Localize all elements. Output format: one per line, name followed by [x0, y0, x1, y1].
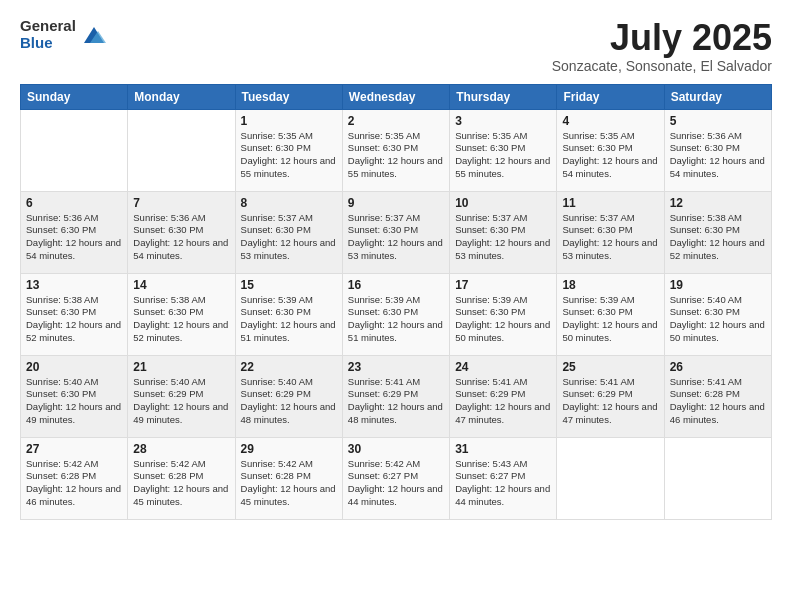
day-number: 17 [455, 278, 551, 292]
week-row-4: 20Sunrise: 5:40 AMSunset: 6:30 PMDayligh… [21, 355, 772, 437]
day-info: Sunrise: 5:40 AMSunset: 6:29 PMDaylight:… [133, 376, 229, 427]
day-info: Sunrise: 5:43 AMSunset: 6:27 PMDaylight:… [455, 458, 551, 509]
day-number: 21 [133, 360, 229, 374]
day-cell [557, 437, 664, 519]
logo-text: General Blue [20, 18, 76, 51]
day-cell: 2Sunrise: 5:35 AMSunset: 6:30 PMDaylight… [342, 109, 449, 191]
day-cell: 27Sunrise: 5:42 AMSunset: 6:28 PMDayligh… [21, 437, 128, 519]
day-number: 5 [670, 114, 766, 128]
day-number: 31 [455, 442, 551, 456]
day-number: 8 [241, 196, 337, 210]
day-info: Sunrise: 5:40 AMSunset: 6:29 PMDaylight:… [241, 376, 337, 427]
day-cell: 19Sunrise: 5:40 AMSunset: 6:30 PMDayligh… [664, 273, 771, 355]
day-info: Sunrise: 5:38 AMSunset: 6:30 PMDaylight:… [26, 294, 122, 345]
day-info: Sunrise: 5:37 AMSunset: 6:30 PMDaylight:… [241, 212, 337, 263]
day-number: 20 [26, 360, 122, 374]
day-number: 28 [133, 442, 229, 456]
day-number: 4 [562, 114, 658, 128]
day-number: 23 [348, 360, 444, 374]
day-cell: 8Sunrise: 5:37 AMSunset: 6:30 PMDaylight… [235, 191, 342, 273]
day-number: 12 [670, 196, 766, 210]
day-info: Sunrise: 5:42 AMSunset: 6:28 PMDaylight:… [133, 458, 229, 509]
day-number: 25 [562, 360, 658, 374]
day-info: Sunrise: 5:41 AMSunset: 6:29 PMDaylight:… [455, 376, 551, 427]
day-cell: 16Sunrise: 5:39 AMSunset: 6:30 PMDayligh… [342, 273, 449, 355]
col-header-wednesday: Wednesday [342, 84, 449, 109]
day-cell: 31Sunrise: 5:43 AMSunset: 6:27 PMDayligh… [450, 437, 557, 519]
calendar-table: SundayMondayTuesdayWednesdayThursdayFrid… [20, 84, 772, 520]
col-header-saturday: Saturday [664, 84, 771, 109]
day-cell: 11Sunrise: 5:37 AMSunset: 6:30 PMDayligh… [557, 191, 664, 273]
day-cell: 25Sunrise: 5:41 AMSunset: 6:29 PMDayligh… [557, 355, 664, 437]
col-header-tuesday: Tuesday [235, 84, 342, 109]
month-title: July 2025 [552, 18, 772, 58]
day-cell: 4Sunrise: 5:35 AMSunset: 6:30 PMDaylight… [557, 109, 664, 191]
day-info: Sunrise: 5:36 AMSunset: 6:30 PMDaylight:… [133, 212, 229, 263]
day-cell: 20Sunrise: 5:40 AMSunset: 6:30 PMDayligh… [21, 355, 128, 437]
day-cell: 5Sunrise: 5:36 AMSunset: 6:30 PMDaylight… [664, 109, 771, 191]
day-info: Sunrise: 5:36 AMSunset: 6:30 PMDaylight:… [670, 130, 766, 181]
day-number: 22 [241, 360, 337, 374]
day-cell [664, 437, 771, 519]
logo-blue: Blue [20, 35, 76, 52]
week-row-3: 13Sunrise: 5:38 AMSunset: 6:30 PMDayligh… [21, 273, 772, 355]
day-number: 2 [348, 114, 444, 128]
title-block: July 2025 Sonzacate, Sonsonate, El Salva… [552, 18, 772, 74]
day-cell [21, 109, 128, 191]
day-info: Sunrise: 5:39 AMSunset: 6:30 PMDaylight:… [562, 294, 658, 345]
day-cell: 15Sunrise: 5:39 AMSunset: 6:30 PMDayligh… [235, 273, 342, 355]
day-info: Sunrise: 5:35 AMSunset: 6:30 PMDaylight:… [348, 130, 444, 181]
day-number: 15 [241, 278, 337, 292]
day-info: Sunrise: 5:39 AMSunset: 6:30 PMDaylight:… [241, 294, 337, 345]
day-cell: 22Sunrise: 5:40 AMSunset: 6:29 PMDayligh… [235, 355, 342, 437]
logo: General Blue [20, 18, 108, 51]
day-number: 6 [26, 196, 122, 210]
day-info: Sunrise: 5:37 AMSunset: 6:30 PMDaylight:… [348, 212, 444, 263]
day-cell: 1Sunrise: 5:35 AMSunset: 6:30 PMDaylight… [235, 109, 342, 191]
day-info: Sunrise: 5:41 AMSunset: 6:28 PMDaylight:… [670, 376, 766, 427]
day-cell: 12Sunrise: 5:38 AMSunset: 6:30 PMDayligh… [664, 191, 771, 273]
col-header-sunday: Sunday [21, 84, 128, 109]
day-info: Sunrise: 5:35 AMSunset: 6:30 PMDaylight:… [241, 130, 337, 181]
day-cell: 30Sunrise: 5:42 AMSunset: 6:27 PMDayligh… [342, 437, 449, 519]
day-info: Sunrise: 5:36 AMSunset: 6:30 PMDaylight:… [26, 212, 122, 263]
day-number: 29 [241, 442, 337, 456]
day-number: 9 [348, 196, 444, 210]
day-number: 27 [26, 442, 122, 456]
day-info: Sunrise: 5:39 AMSunset: 6:30 PMDaylight:… [348, 294, 444, 345]
day-cell: 10Sunrise: 5:37 AMSunset: 6:30 PMDayligh… [450, 191, 557, 273]
day-cell: 17Sunrise: 5:39 AMSunset: 6:30 PMDayligh… [450, 273, 557, 355]
day-number: 3 [455, 114, 551, 128]
day-cell: 14Sunrise: 5:38 AMSunset: 6:30 PMDayligh… [128, 273, 235, 355]
day-cell: 21Sunrise: 5:40 AMSunset: 6:29 PMDayligh… [128, 355, 235, 437]
day-cell: 29Sunrise: 5:42 AMSunset: 6:28 PMDayligh… [235, 437, 342, 519]
week-row-1: 1Sunrise: 5:35 AMSunset: 6:30 PMDaylight… [21, 109, 772, 191]
week-row-2: 6Sunrise: 5:36 AMSunset: 6:30 PMDaylight… [21, 191, 772, 273]
day-cell: 13Sunrise: 5:38 AMSunset: 6:30 PMDayligh… [21, 273, 128, 355]
day-number: 18 [562, 278, 658, 292]
day-number: 14 [133, 278, 229, 292]
day-info: Sunrise: 5:39 AMSunset: 6:30 PMDaylight:… [455, 294, 551, 345]
day-info: Sunrise: 5:38 AMSunset: 6:30 PMDaylight:… [670, 212, 766, 263]
day-info: Sunrise: 5:35 AMSunset: 6:30 PMDaylight:… [455, 130, 551, 181]
page: General Blue July 2025 Sonzacate, Sonson… [0, 0, 792, 612]
col-header-thursday: Thursday [450, 84, 557, 109]
day-number: 13 [26, 278, 122, 292]
day-number: 26 [670, 360, 766, 374]
header-row: SundayMondayTuesdayWednesdayThursdayFrid… [21, 84, 772, 109]
day-info: Sunrise: 5:42 AMSunset: 6:27 PMDaylight:… [348, 458, 444, 509]
day-number: 24 [455, 360, 551, 374]
day-cell [128, 109, 235, 191]
day-info: Sunrise: 5:42 AMSunset: 6:28 PMDaylight:… [241, 458, 337, 509]
day-info: Sunrise: 5:41 AMSunset: 6:29 PMDaylight:… [562, 376, 658, 427]
day-number: 30 [348, 442, 444, 456]
day-cell: 6Sunrise: 5:36 AMSunset: 6:30 PMDaylight… [21, 191, 128, 273]
day-info: Sunrise: 5:40 AMSunset: 6:30 PMDaylight:… [26, 376, 122, 427]
day-info: Sunrise: 5:37 AMSunset: 6:30 PMDaylight:… [455, 212, 551, 263]
day-number: 7 [133, 196, 229, 210]
day-number: 19 [670, 278, 766, 292]
day-cell: 24Sunrise: 5:41 AMSunset: 6:29 PMDayligh… [450, 355, 557, 437]
week-row-5: 27Sunrise: 5:42 AMSunset: 6:28 PMDayligh… [21, 437, 772, 519]
day-info: Sunrise: 5:38 AMSunset: 6:30 PMDaylight:… [133, 294, 229, 345]
day-cell: 28Sunrise: 5:42 AMSunset: 6:28 PMDayligh… [128, 437, 235, 519]
